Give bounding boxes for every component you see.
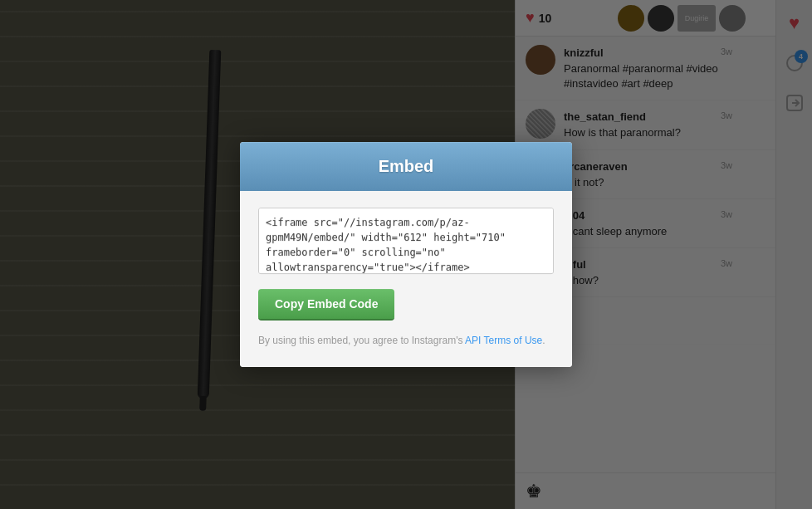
- copy-embed-button[interactable]: Copy Embed Code: [258, 289, 394, 321]
- modal-header: Embed: [240, 142, 572, 191]
- modal-title: Embed: [379, 157, 434, 175]
- api-terms-link[interactable]: API Terms of Use: [465, 335, 542, 346]
- terms-suffix: .: [542, 335, 545, 346]
- modal-body: Copy Embed Code By using this embed, you…: [240, 191, 572, 368]
- terms-text: By using this embed, you agree to Instag…: [258, 334, 554, 348]
- terms-prefix: By using this embed, you agree to Instag…: [258, 335, 465, 346]
- embed-modal: Embed Copy Embed Code By using this embe…: [240, 142, 572, 368]
- embed-code-textarea[interactable]: [258, 208, 554, 274]
